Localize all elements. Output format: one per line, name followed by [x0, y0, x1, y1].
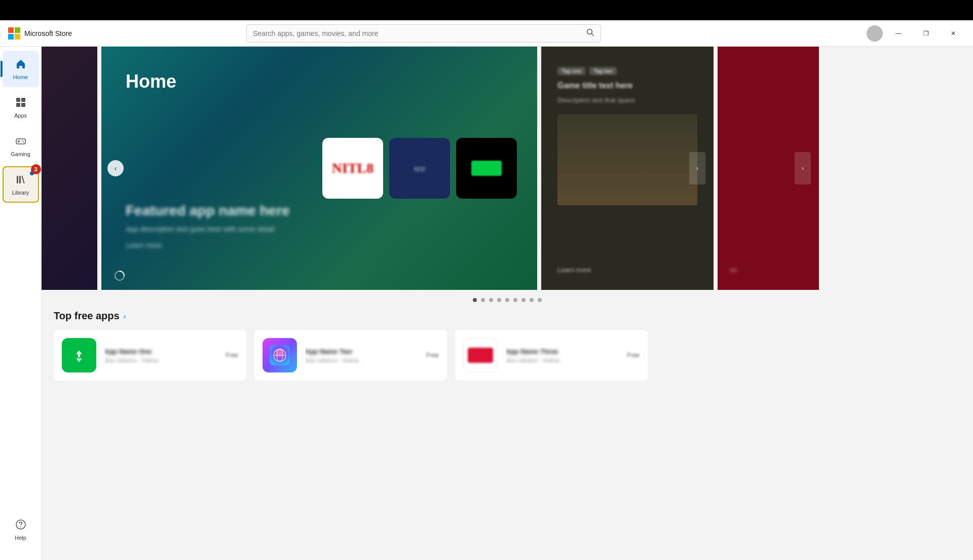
hero-right-text: ee	[730, 266, 737, 274]
svg-point-13	[22, 140, 23, 141]
hero-app-card-2[interactable]: app	[389, 138, 450, 199]
sidebar-gaming-label: Gaming	[11, 151, 30, 157]
sidebar-help-label: Help	[15, 535, 26, 541]
hero-cta: Learn more	[126, 241, 436, 249]
content-area: Home Featured app name here App descript…	[42, 47, 973, 560]
tag2: Tag two	[589, 67, 617, 75]
minimize-button[interactable]: —	[887, 25, 910, 42]
sidebar-item-apps[interactable]: Apps	[3, 89, 39, 126]
page-dot-2[interactable]	[481, 298, 485, 302]
svg-point-18	[20, 526, 21, 527]
carousel-dots	[42, 290, 973, 310]
app-name-2: App Name Two	[305, 348, 418, 355]
tag1: Tag one	[557, 67, 585, 75]
hero-side-tags: Tag one Tag two	[557, 67, 697, 75]
svg-rect-3	[15, 34, 20, 40]
library-badge: 3	[31, 164, 41, 174]
svg-rect-8	[16, 103, 20, 107]
top-free-apps-section: Top free apps ›	[42, 310, 973, 393]
hero-side-desc: Description text that spans	[557, 96, 697, 104]
app-icon-2	[263, 338, 297, 372]
section-header: Top free apps ›	[54, 310, 961, 322]
store-logo-icon	[8, 27, 20, 40]
svg-point-14	[23, 141, 24, 142]
header-logo: Microsoft Store	[8, 27, 109, 40]
page-dot-1[interactable]	[473, 298, 477, 302]
sidebar-library-wrapper: Library 3	[3, 166, 39, 203]
page-dot-6[interactable]	[513, 298, 517, 302]
sidebar-apps-label: Apps	[14, 113, 27, 119]
user-avatar[interactable]	[867, 25, 883, 42]
page-dot-9[interactable]	[538, 298, 542, 302]
page-dot-3[interactable]	[489, 298, 493, 302]
sidebar-item-help[interactable]: Help	[3, 511, 39, 548]
page-dot-8[interactable]	[530, 298, 534, 302]
hero-loader-icon	[114, 270, 126, 282]
hero-apps-row: NITL8 app	[322, 138, 517, 199]
page-dot-4[interactable]	[497, 298, 501, 302]
hero-side-image	[557, 114, 697, 205]
app-price-3: Free	[627, 352, 640, 359]
apps-row: App Name One App category · Rating Free	[54, 330, 961, 381]
app-meta-2: App category · Rating	[305, 357, 418, 363]
sidebar-item-home[interactable]: Home	[3, 51, 39, 87]
home-icon	[15, 58, 26, 72]
hero-app-card-1[interactable]: NITL8	[322, 138, 383, 199]
section-more-arrow[interactable]: ›	[124, 312, 126, 320]
app-1-icon-svg	[69, 345, 89, 365]
sidebar-item-gaming[interactable]: Gaming	[3, 128, 39, 164]
hero-side-content: Tag one Tag two Game title text here Des…	[557, 67, 697, 205]
app-card-2[interactable]: App Name Two App category · Rating Free	[254, 330, 447, 381]
app-card-3[interactable]: App Name Three App category · Rating Fre…	[455, 330, 648, 381]
app-price-1: Free	[226, 352, 238, 359]
hero-right-partial[interactable]: ee ›	[718, 47, 819, 290]
hero-app-2-logo: app	[414, 164, 425, 172]
help-icon	[15, 519, 26, 533]
search-icon[interactable]	[586, 28, 594, 39]
main-layout: Home Apps	[0, 47, 973, 560]
app-info-1: App Name One App category · Rating	[104, 348, 217, 363]
app-name-1: App Name One	[104, 348, 217, 355]
hero-title: Home	[126, 71, 176, 92]
hero-side-card[interactable]: Tag one Tag two Game title text here Des…	[541, 47, 714, 290]
hero-description: App description text goes here with some…	[126, 225, 436, 233]
svg-rect-6	[16, 98, 20, 102]
svg-rect-9	[21, 103, 25, 107]
hero-main-card[interactable]: Home Featured app name here App descript…	[101, 47, 537, 290]
svg-line-5	[592, 33, 594, 35]
hero-right-arrow[interactable]: ›	[795, 152, 811, 184]
left-arrow-icon: ‹	[115, 164, 117, 172]
app-title: Microsoft Store	[24, 29, 72, 38]
app-price-2: Free	[426, 352, 439, 359]
page-dot-7[interactable]	[521, 298, 526, 302]
hero-left-partial	[42, 47, 97, 290]
gaming-icon	[15, 135, 26, 149]
app-window: Microsoft Store — ❐ ✕	[0, 20, 973, 560]
svg-rect-0	[8, 27, 14, 33]
svg-rect-2	[8, 34, 14, 40]
window-controls: — ❐ ✕	[867, 25, 965, 42]
maximize-button[interactable]: ❐	[914, 25, 938, 42]
close-button[interactable]: ✕	[942, 25, 965, 42]
section-title: Top free apps	[54, 310, 120, 322]
search-bar[interactable]	[246, 24, 601, 43]
svg-rect-16	[19, 176, 21, 183]
hero-side-arrow[interactable]: ›	[689, 152, 705, 184]
page-dot-5[interactable]	[505, 298, 509, 302]
hero-content: Featured app name here App description t…	[126, 203, 436, 249]
apps-icon	[15, 97, 26, 110]
hero-app-card-3[interactable]	[456, 138, 517, 199]
app-info-3: App Name Three App category · Rating	[506, 348, 619, 363]
app-icon-1	[62, 338, 96, 372]
app-card-1[interactable]: App Name One App category · Rating Free	[54, 330, 246, 381]
library-icon	[15, 174, 26, 188]
search-input[interactable]	[253, 29, 582, 38]
hero-section: Home Featured app name here App descript…	[42, 47, 973, 290]
hero-app-1-logo: NITL8	[332, 160, 373, 176]
hero-prev-arrow[interactable]: ‹	[107, 160, 124, 176]
app-icon-3	[463, 338, 498, 372]
svg-rect-1	[15, 27, 20, 33]
app-meta-3: App category · Rating	[506, 357, 619, 363]
app-name-3: App Name Three	[506, 348, 619, 355]
sidebar: Home Apps	[0, 47, 42, 560]
